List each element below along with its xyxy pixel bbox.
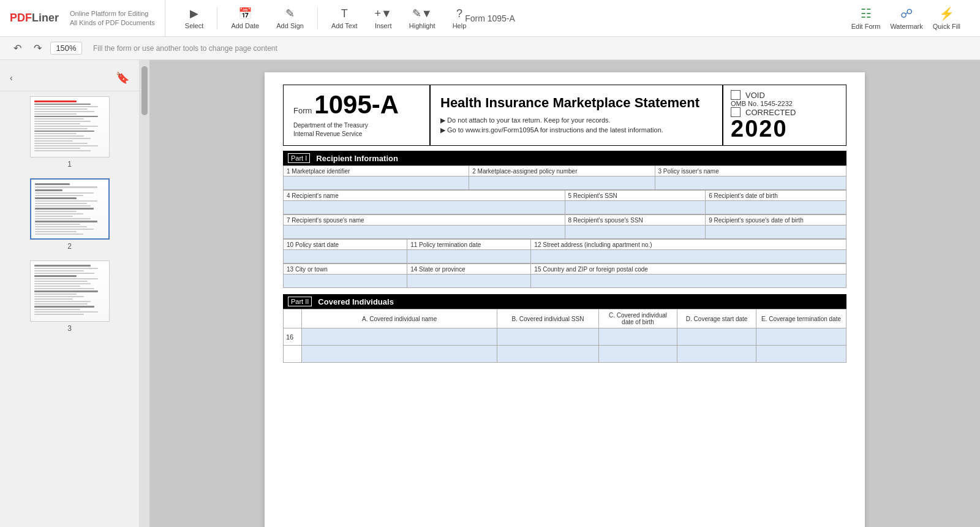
field-6-label: 6 Recipient's date of birth [706, 191, 846, 200]
main-area: ‹ 🔖 [0, 60, 980, 527]
add-date-tool[interactable]: 📅 Add Date [224, 4, 266, 32]
logo-area: PDF Liner Online Platform for Editing Al… [10, 0, 165, 36]
field-9-input[interactable] [706, 225, 846, 238]
thumb-img-1 [30, 96, 110, 157]
form-header-center: Health Insurance Marketplace Statement ▶… [431, 85, 723, 145]
hint-text: Fill the form or use another tools to ch… [93, 44, 277, 53]
field-3-label: 3 Policy issuer's name [655, 166, 846, 176]
form-header: Form 1095-A Department of the Treasury I… [283, 85, 846, 146]
form-page: Form 1095-A Department of the Treasury I… [265, 72, 865, 527]
doc-title: Form 1095-A [465, 13, 515, 23]
select-tool[interactable]: ▶ Select [178, 4, 211, 32]
void-row: VOID [731, 90, 839, 100]
row-extra-col-c[interactable] [598, 346, 677, 363]
add-sign-tool[interactable]: ✎ Add Sign [269, 4, 311, 32]
year-display: 2020 [731, 117, 839, 140]
field-8-cell: 8 Recipient's spouse's SSN [565, 215, 706, 239]
row-16-col-c[interactable] [598, 328, 677, 346]
thumbnail-page-1[interactable]: 1 [24, 91, 116, 173]
field-9-cell: 9 Recipient's spouse's date of birth [706, 215, 846, 239]
field-11-cell: 11 Policy termination date [407, 240, 531, 264]
help-icon: ? [456, 7, 462, 20]
field-7-cell: 7 Recipient's spouse's name [284, 215, 565, 239]
topbar: PDF Liner Online Platform for Editing Al… [0, 0, 980, 37]
row-extra-col-a[interactable] [302, 346, 497, 363]
field-9-label: 9 Recipient's spouse's date of birth [706, 215, 846, 225]
field-11-input[interactable] [407, 249, 530, 263]
part1-label: Part I [288, 153, 310, 163]
field-15-cell: 15 Country and ZIP or foreign postal cod… [531, 264, 846, 288]
form-header-right: VOID OMB No. 1545-2232 CORRECTED 2020 [723, 85, 846, 145]
redo-button[interactable]: ↷ [30, 41, 45, 55]
undo-button[interactable]: ↶ [10, 41, 25, 55]
scrollbar[interactable] [140, 60, 149, 527]
dept-line: Department of the Treasury Internal Reve… [293, 121, 420, 138]
field-1-input[interactable] [284, 176, 469, 189]
watermark-tool[interactable]: ☍ Watermark [890, 6, 922, 30]
field-5-input[interactable] [565, 200, 706, 214]
scroll-thumb [141, 66, 148, 115]
thumbnail-page-3[interactable]: 3 [24, 256, 116, 338]
row-16-col-b[interactable] [497, 328, 598, 346]
field-6-input[interactable] [706, 200, 846, 214]
quick-fill-tool[interactable]: ⚡ Quick Fill [933, 6, 960, 30]
field-3-input[interactable] [655, 176, 846, 189]
row-extra-num [284, 346, 302, 363]
field-14-input[interactable] [407, 274, 530, 287]
sidebar: ‹ 🔖 [0, 60, 140, 527]
form-header-left: Form 1095-A Department of the Treasury I… [284, 85, 431, 145]
row-extra-col-d[interactable] [677, 346, 756, 363]
page-1-label: 1 [67, 160, 72, 169]
divider [217, 7, 217, 29]
secondbar: ↶ ↷ 150% Fill the form or use another to… [0, 37, 980, 60]
field-15-input[interactable] [531, 274, 846, 287]
toolbar-right: ☷ Edit Form ☍ Watermark ⚡ Quick Fill [851, 6, 970, 30]
field-4-label: 4 Recipient's name [284, 191, 565, 200]
field-1-cell: 1 Marketplace identifier [284, 166, 469, 190]
field-10-input[interactable] [284, 249, 407, 263]
field-2-label: 2 Marketplace-assigned policy number [469, 166, 654, 176]
field-13-label: 13 City or town [284, 264, 407, 274]
doc-view[interactable]: Form 1095-A Department of the Treasury I… [149, 60, 980, 527]
part2-header: Part II Covered Individuals [283, 294, 846, 309]
fields-table-3: 7 Recipient's spouse's name 8 Recipient'… [283, 214, 846, 239]
logo-pdf: PDF [10, 12, 32, 25]
thumb-img-2 [30, 178, 110, 240]
sidebar-bookmark-button[interactable]: 🔖 [113, 69, 132, 87]
thumbnail-page-2[interactable]: 2 [24, 173, 116, 256]
row-16-num: 16 [284, 328, 302, 346]
field-7-input[interactable] [284, 225, 565, 238]
row-16-col-d[interactable] [677, 328, 756, 346]
quick-fill-icon: ⚡ [939, 6, 954, 21]
row-extra-col-e[interactable] [756, 346, 846, 363]
logo-liner: Liner [32, 12, 59, 25]
field-12-cell: 12 Street address (including apartment n… [531, 240, 846, 264]
field-12-input[interactable] [531, 249, 846, 263]
col-e-header: E. Coverage termination date [756, 309, 846, 328]
sidebar-collapse-button[interactable]: ‹ [7, 70, 15, 85]
edit-form-tool[interactable]: ☷ Edit Form [851, 6, 881, 30]
add-text-tool[interactable]: T Add Text [324, 5, 365, 32]
thumb-img-3 [30, 260, 110, 322]
field-8-input[interactable] [565, 225, 706, 238]
field-13-input[interactable] [284, 274, 407, 287]
covered-row-extra [284, 346, 846, 363]
highlight-tool[interactable]: ✎▼ Highlight [402, 4, 443, 32]
row-16-col-a[interactable] [302, 328, 497, 346]
col-d-header: D. Coverage start date [677, 309, 756, 328]
sidebar-toolbar: ‹ 🔖 [0, 65, 139, 91]
field-5-cell: 5 Recipient's SSN [565, 191, 706, 214]
field-15-label: 15 Country and ZIP or foreign postal cod… [531, 264, 846, 274]
select-icon: ▶ [190, 7, 198, 20]
field-2-input[interactable] [469, 176, 654, 189]
part1-header: Part I Recipient Information [283, 151, 846, 165]
part1-title: Recipient Information [316, 154, 398, 163]
row-16-col-e[interactable] [756, 328, 846, 346]
insert-tool[interactable]: +▼ Insert [368, 5, 399, 32]
fields-table-2: 4 Recipient's name 5 Recipient's SSN 6 R… [283, 190, 846, 214]
row-extra-col-b[interactable] [497, 346, 598, 363]
field-4-cell: 4 Recipient's name [284, 191, 565, 214]
void-checkbox[interactable] [731, 90, 741, 100]
covered-row-16: 16 [284, 328, 846, 346]
field-4-input[interactable] [284, 200, 565, 214]
